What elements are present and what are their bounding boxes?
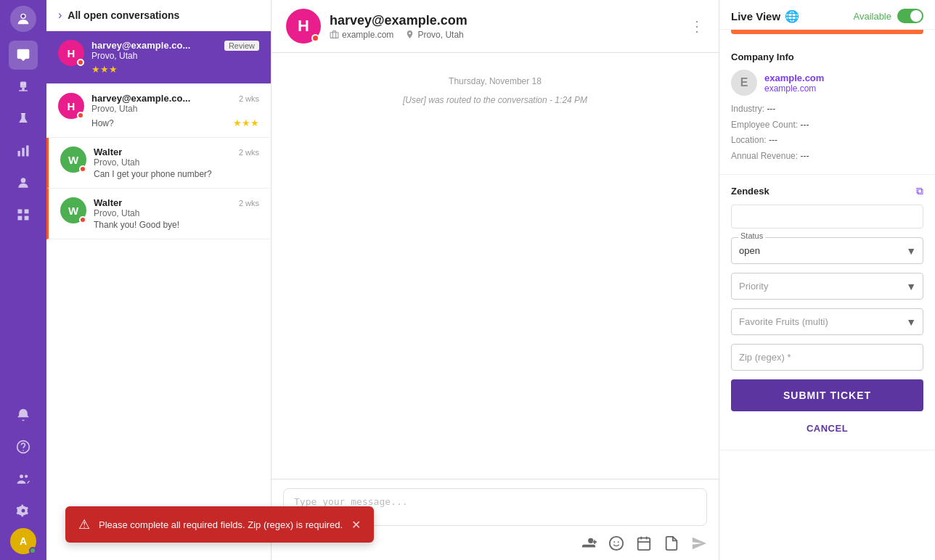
conv-location: Provo, Utah [94,208,259,218]
add-participant-button[interactable] [581,535,597,551]
zip-regex-input[interactable] [731,344,923,371]
nav-item-bot[interactable] [9,73,38,102]
conv-location: Provo, Utah [91,104,259,114]
chat-avatar: H [286,9,321,44]
svg-rect-9 [18,210,23,214]
conversations-panel: › All open conversations H harvey@exampl… [46,0,271,560]
svg-rect-2 [20,82,26,88]
svg-point-14 [23,450,24,451]
zendesk-section: Zendesk ⧉ Status new open pending solved… [719,175,935,450]
chat-status-dot [311,34,319,42]
svg-rect-6 [22,148,24,157]
error-toast: ⚠ Please complete all required fields. Z… [65,506,374,543]
right-panel-header: Live View 🌐 Available [719,0,935,30]
svg-point-20 [618,541,619,543]
nav-item-contacts[interactable] [9,168,38,197]
orange-strip [731,30,923,34]
live-view-label: Live View 🌐 [731,9,799,23]
more-options-button[interactable]: ⋮ [690,17,704,35]
conv-item[interactable]: H harvey@example.co... 2 wks Provo, Utah… [46,84,271,138]
zendesk-title: Zendesk [731,186,769,197]
external-link-icon[interactable]: ⧉ [916,185,923,197]
industry-value: --- [767,104,775,114]
chevron-icon[interactable]: › [58,9,62,22]
emoji-button[interactable] [608,535,624,551]
availability-toggle[interactable] [897,9,923,23]
nav-item-chat[interactable] [9,41,38,70]
cancel-button[interactable]: CANCEL [731,417,923,440]
svg-rect-21 [638,538,650,551]
chat-location: Provo, Utah [405,30,463,40]
conversations-title: All open conversations [68,9,179,21]
submit-ticket-button[interactable]: SUBMIT TICKET [731,379,923,411]
company-logo: E [731,70,757,96]
company-info-title: Company Info [731,52,923,62]
nav-item-grid[interactable] [9,200,38,229]
conv-preview: How? [91,118,114,128]
company-info-section: Company Info E example.com example.com I… [719,41,935,175]
chat-contact-name: harvey@example.com [330,13,681,28]
company-domain: example.com [764,83,824,94]
zip-field-group [731,344,923,371]
company-label: example.com [342,30,393,40]
company-name: example.com [764,73,824,83]
nav-item-chart[interactable] [9,136,38,165]
send-button[interactable] [691,535,707,551]
status-select[interactable]: new open pending solved closed [731,237,923,264]
sidebar-nav: A [0,0,46,560]
svg-point-18 [610,537,623,550]
online-indicator [29,547,36,554]
svg-point-8 [21,178,26,183]
conv-list: H harvey@example.co... Review Provo, Uta… [46,31,271,560]
avatar: W [60,147,86,173]
conv-preview: Thank you! Good bye! [94,220,259,230]
svg-point-1 [22,15,25,18]
conv-name: Walter [94,197,122,208]
employee-count-value: --- [800,120,809,130]
nav-item-bell[interactable] [9,400,38,429]
error-message: Please complete all required fields. Zip… [99,519,343,530]
conv-header: › All open conversations [46,0,271,31]
nav-logo[interactable] [10,6,36,32]
user-avatar[interactable]: A [10,528,36,554]
favorite-fruits-select[interactable]: Favorite Fruits (multi) [731,308,923,335]
conv-item[interactable]: H harvey@example.co... Review Provo, Uta… [46,31,271,84]
date-divider: Thursday, November 18 [286,76,704,86]
priority-select[interactable]: Priority low normal high urgent [731,273,923,300]
company-meta: Industry: --- Employee Count: --- Locati… [731,102,923,164]
globe-icon: 🌐 [785,9,799,23]
conv-location: Provo, Utah [91,51,259,61]
conv-item[interactable]: W Walter 2 wks Provo, Utah Can I get you… [46,138,271,189]
svg-rect-17 [330,33,338,38]
conv-item[interactable]: W Walter 2 wks Provo, Utah Thank you! Go… [46,189,271,239]
conv-location: Provo, Utah [94,157,259,168]
status-label: Status [738,231,765,240]
right-panel: Live View 🌐 Available Company Info E exa… [719,0,935,560]
conv-time: 2 wks [239,199,259,207]
avatar: W [60,197,86,223]
close-toast-button[interactable]: ✕ [351,518,361,532]
review-badge: Review [224,41,259,51]
annual-revenue-value: --- [800,151,809,161]
nav-item-people[interactable] [9,464,38,493]
stars: ★★★ [91,64,118,75]
status-dot [77,112,84,119]
chat-header: H harvey@example.com example.com Provo, … [271,0,719,53]
conv-time: 2 wks [239,94,259,103]
zendesk-search-input[interactable] [731,205,923,228]
nav-item-flask[interactable] [9,104,38,133]
chat-area: H harvey@example.com example.com Provo, … [271,0,719,560]
conv-name: Walter [94,147,122,157]
attachment-button[interactable] [664,535,679,551]
nav-item-help[interactable] [9,432,38,461]
favorite-fruits-field-group: Favorite Fruits (multi) ▼ [731,308,923,335]
calendar-button[interactable] [636,535,652,551]
svg-rect-10 [25,210,29,214]
priority-field-group: Priority low normal high urgent ▼ [731,273,923,300]
chat-messages: Thursday, November 18 [User] was routed … [271,53,719,479]
error-icon: ⚠ [78,516,90,532]
avatar: H [58,93,84,119]
nav-item-settings[interactable] [9,496,38,525]
employee-count-label: Employee Count: [731,120,798,130]
status-dot [79,165,86,173]
